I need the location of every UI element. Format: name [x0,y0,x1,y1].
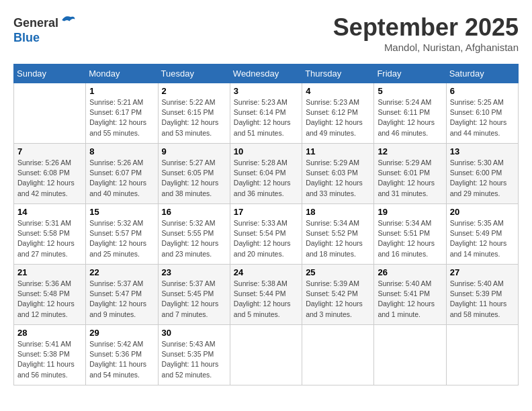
day-number: 24 [234,267,298,277]
calendar-body: 1Sunrise: 5:21 AM Sunset: 6:17 PM Daylig… [14,83,519,385]
calendar-table: SundayMondayTuesdayWednesdayThursdayFrid… [13,64,519,385]
day-number: 21 [17,267,82,277]
calendar-week-1: 1Sunrise: 5:21 AM Sunset: 6:17 PM Daylig… [14,83,519,144]
day-number: 25 [306,267,370,277]
header-cell-sunday: Sunday [14,64,86,83]
calendar-cell: 6Sunrise: 5:25 AM Sunset: 6:10 PM Daylig… [446,83,518,144]
calendar-cell: 7Sunrise: 5:26 AM Sunset: 6:08 PM Daylig… [14,144,86,204]
title-area: September 2025 Mandol, Nuristan, Afghani… [333,13,519,53]
calendar-week-2: 7Sunrise: 5:26 AM Sunset: 6:08 PM Daylig… [14,144,519,204]
day-info: Sunrise: 5:30 AM Sunset: 6:00 PM Dayligh… [450,158,515,199]
day-number: 26 [378,267,442,277]
day-info: Sunrise: 5:34 AM Sunset: 5:51 PM Dayligh… [378,218,442,259]
calendar-cell: 28Sunrise: 5:41 AM Sunset: 5:38 PM Dayli… [14,325,86,385]
day-number: 30 [162,328,226,338]
header-cell-friday: Friday [374,64,446,83]
calendar-header-row: SundayMondayTuesdayWednesdayThursdayFrid… [14,64,519,83]
header-cell-saturday: Saturday [446,64,518,83]
day-info: Sunrise: 5:23 AM Sunset: 6:12 PM Dayligh… [306,97,370,138]
day-number: 3 [234,86,298,96]
day-info: Sunrise: 5:26 AM Sunset: 6:08 PM Dayligh… [17,158,82,199]
day-info: Sunrise: 5:43 AM Sunset: 5:35 PM Dayligh… [162,339,226,380]
day-info: Sunrise: 5:27 AM Sunset: 6:05 PM Dayligh… [162,158,226,199]
calendar-cell: 29Sunrise: 5:42 AM Sunset: 5:36 PM Dayli… [86,325,158,385]
calendar-cell: 2Sunrise: 5:22 AM Sunset: 6:15 PM Daylig… [158,83,230,144]
day-number: 28 [17,328,82,338]
calendar-cell: 3Sunrise: 5:23 AM Sunset: 6:14 PM Daylig… [230,83,302,144]
header-cell-tuesday: Tuesday [158,64,230,83]
day-number: 17 [234,207,298,217]
calendar-week-3: 14Sunrise: 5:31 AM Sunset: 5:58 PM Dayli… [14,204,519,265]
day-number: 20 [450,207,515,217]
day-number: 15 [89,207,154,217]
calendar-cell: 19Sunrise: 5:34 AM Sunset: 5:51 PM Dayli… [374,204,446,265]
day-number: 16 [162,207,226,217]
calendar-cell: 27Sunrise: 5:40 AM Sunset: 5:39 PM Dayli… [446,265,518,325]
header-cell-wednesday: Wednesday [230,64,302,83]
day-number: 7 [17,146,82,156]
calendar-cell: 30Sunrise: 5:43 AM Sunset: 5:35 PM Dayli… [158,325,230,385]
day-number: 19 [378,207,442,217]
calendar-cell: 18Sunrise: 5:34 AM Sunset: 5:52 PM Dayli… [302,204,374,265]
day-info: Sunrise: 5:36 AM Sunset: 5:48 PM Dayligh… [17,279,82,320]
day-info: Sunrise: 5:33 AM Sunset: 5:54 PM Dayligh… [234,218,298,259]
day-info: Sunrise: 5:32 AM Sunset: 5:57 PM Dayligh… [89,218,154,259]
calendar-cell: 5Sunrise: 5:24 AM Sunset: 6:11 PM Daylig… [374,83,446,144]
month-title: September 2025 [333,13,519,42]
day-info: Sunrise: 5:28 AM Sunset: 6:04 PM Dayligh… [234,158,298,199]
logo-blue: Blue [13,31,40,44]
day-number: 12 [378,146,442,156]
day-number: 29 [89,328,154,338]
day-number: 27 [450,267,515,277]
calendar-cell [446,325,518,385]
calendar-week-5: 28Sunrise: 5:41 AM Sunset: 5:38 PM Dayli… [14,325,519,385]
day-info: Sunrise: 5:24 AM Sunset: 6:11 PM Dayligh… [378,97,442,138]
calendar-cell: 10Sunrise: 5:28 AM Sunset: 6:04 PM Dayli… [230,144,302,204]
calendar-cell: 23Sunrise: 5:37 AM Sunset: 5:45 PM Dayli… [158,265,230,325]
calendar-cell: 4Sunrise: 5:23 AM Sunset: 6:12 PM Daylig… [302,83,374,144]
logo-general: General [13,16,58,30]
calendar-cell: 12Sunrise: 5:29 AM Sunset: 6:01 PM Dayli… [374,144,446,204]
day-number: 10 [234,146,298,156]
day-number: 23 [162,267,226,277]
day-number: 4 [306,86,370,96]
day-info: Sunrise: 5:41 AM Sunset: 5:38 PM Dayligh… [17,339,82,380]
day-info: Sunrise: 5:23 AM Sunset: 6:14 PM Dayligh… [234,97,298,138]
calendar-cell [302,325,374,385]
header-cell-monday: Monday [86,64,158,83]
calendar-cell: 24Sunrise: 5:38 AM Sunset: 5:44 PM Dayli… [230,265,302,325]
day-number: 1 [89,86,154,96]
calendar-cell: 20Sunrise: 5:35 AM Sunset: 5:49 PM Dayli… [446,204,518,265]
day-number: 8 [89,146,154,156]
calendar-cell: 21Sunrise: 5:36 AM Sunset: 5:48 PM Dayli… [14,265,86,325]
day-info: Sunrise: 5:35 AM Sunset: 5:49 PM Dayligh… [450,218,515,259]
calendar-cell: 15Sunrise: 5:32 AM Sunset: 5:57 PM Dayli… [86,204,158,265]
day-number: 2 [162,86,226,96]
day-number: 9 [162,146,226,156]
day-number: 22 [89,267,154,277]
calendar-cell: 17Sunrise: 5:33 AM Sunset: 5:54 PM Dayli… [230,204,302,265]
calendar-cell: 1Sunrise: 5:21 AM Sunset: 6:17 PM Daylig… [86,83,158,144]
calendar-cell: 25Sunrise: 5:39 AM Sunset: 5:42 PM Dayli… [302,265,374,325]
day-info: Sunrise: 5:25 AM Sunset: 6:10 PM Dayligh… [450,97,515,138]
page-header: General Blue September 2025 Mandol, Nuri… [13,13,519,53]
location-title: Mandol, Nuristan, Afghanistan [333,42,519,53]
calendar-cell: 9Sunrise: 5:27 AM Sunset: 6:05 PM Daylig… [158,144,230,204]
day-info: Sunrise: 5:40 AM Sunset: 5:39 PM Dayligh… [450,279,515,320]
calendar-cell [14,83,86,144]
day-info: Sunrise: 5:26 AM Sunset: 6:07 PM Dayligh… [89,158,154,199]
day-number: 6 [450,86,515,96]
day-info: Sunrise: 5:34 AM Sunset: 5:52 PM Dayligh… [306,218,370,259]
day-info: Sunrise: 5:38 AM Sunset: 5:44 PM Dayligh… [234,279,298,320]
header-cell-thursday: Thursday [302,64,374,83]
day-info: Sunrise: 5:37 AM Sunset: 5:45 PM Dayligh… [162,279,226,320]
logo-bird-icon [60,13,76,27]
calendar-cell: 16Sunrise: 5:32 AM Sunset: 5:55 PM Dayli… [158,204,230,265]
calendar-cell: 8Sunrise: 5:26 AM Sunset: 6:07 PM Daylig… [86,144,158,204]
day-info: Sunrise: 5:32 AM Sunset: 5:55 PM Dayligh… [162,218,226,259]
day-info: Sunrise: 5:22 AM Sunset: 6:15 PM Dayligh… [162,97,226,138]
calendar-cell: 13Sunrise: 5:30 AM Sunset: 6:00 PM Dayli… [446,144,518,204]
day-number: 13 [450,146,515,156]
calendar-cell [374,325,446,385]
calendar-cell [230,325,302,385]
